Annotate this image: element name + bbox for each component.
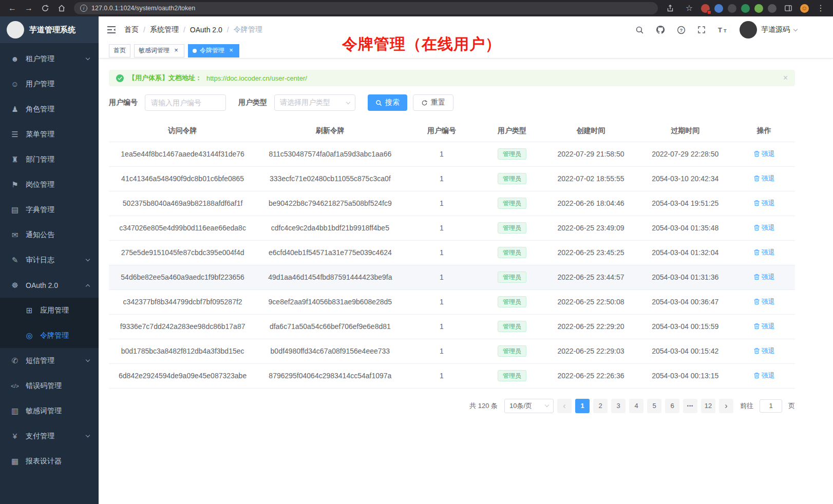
- pay-icon: ¥: [10, 432, 20, 440]
- user-type-badge: 管理员: [498, 321, 526, 332]
- search-button[interactable]: 搜索: [368, 94, 407, 111]
- back-icon[interactable]: ←: [5, 1, 20, 15]
- sidebar-item[interactable]: ☻租户管理: [0, 46, 99, 71]
- force-logout-button[interactable]: 强退: [753, 174, 775, 183]
- action-cell: 强退: [733, 363, 795, 388]
- tab-item[interactable]: 首页: [109, 44, 130, 57]
- page-button[interactable]: 2: [593, 399, 608, 413]
- sidebar-item[interactable]: ♜部门管理: [0, 147, 99, 172]
- sidebar-item[interactable]: </>错误码管理: [0, 373, 99, 398]
- profile-avatar-icon[interactable]: ☺: [800, 4, 809, 13]
- table-row: 41c41346a548490f9dc8b01c6bfe0865333ecfc7…: [109, 166, 795, 191]
- sidebar-item[interactable]: ♟角色管理: [0, 96, 99, 122]
- breadcrumb-item[interactable]: 首页: [124, 25, 139, 34]
- sidebar-toggle-button[interactable]: [107, 26, 116, 34]
- user-dropdown[interactable]: 芋道源码: [740, 21, 797, 38]
- column-header: 用户类型: [479, 120, 544, 142]
- tab-item[interactable]: 敏感词管理×: [134, 44, 184, 57]
- user-id-input[interactable]: [145, 94, 226, 111]
- font-size-icon[interactable]: TT: [717, 26, 728, 34]
- sidebar-item[interactable]: ✆短信管理: [0, 348, 99, 373]
- close-alert-icon[interactable]: ×: [783, 73, 788, 83]
- extension-dark-icon[interactable]: [728, 4, 736, 13]
- goto-page-input[interactable]: [760, 399, 782, 413]
- sidebar-item[interactable]: ◎令牌管理: [0, 323, 99, 348]
- force-logout-button[interactable]: 强退: [753, 371, 775, 380]
- user-type-select[interactable]: 请选择用户类型: [274, 94, 355, 111]
- extension-gray-icon[interactable]: [768, 4, 777, 13]
- sidebar-item[interactable]: ☺用户管理: [0, 71, 99, 96]
- help-icon[interactable]: ?: [677, 26, 686, 34]
- sidebar-item[interactable]: ⚑岗位管理: [0, 172, 99, 197]
- share-icon[interactable]: [663, 1, 677, 15]
- oauth-icon: ☸: [10, 281, 20, 290]
- search-icon[interactable]: [635, 26, 644, 34]
- address-bar[interactable]: i 127.0.0.1:1024/system/oauth2/token: [74, 2, 658, 14]
- goto-label: 前往: [740, 401, 753, 411]
- chevron-down-icon: [86, 257, 90, 261]
- extension-red-icon[interactable]: [701, 4, 710, 13]
- github-icon[interactable]: [656, 25, 665, 34]
- page-button[interactable]: 1: [575, 399, 590, 413]
- refresh-icon[interactable]: [38, 1, 52, 15]
- sidebar-item[interactable]: ▤字典管理: [0, 197, 99, 222]
- access-token-cell: 54d6be82ee5a460a9aedc1f9bf223656: [109, 265, 256, 289]
- sidebar-item[interactable]: ☰菜单管理: [0, 122, 99, 147]
- page-button[interactable]: 12: [701, 399, 715, 413]
- sidebar-item[interactable]: ▥敏感词管理: [0, 398, 99, 423]
- search-icon: [375, 100, 382, 106]
- force-logout-button[interactable]: 强退: [753, 149, 775, 159]
- breadcrumb-item[interactable]: 系统管理: [150, 25, 179, 34]
- force-logout-button[interactable]: 强退: [753, 199, 775, 208]
- user-name: 芋道源码: [761, 25, 790, 34]
- side-panel-icon[interactable]: [781, 1, 796, 15]
- expire-time-cell: 2054-03-04 19:51:25: [637, 191, 733, 216]
- prev-page-button[interactable]: ‹: [557, 399, 572, 413]
- tab-item[interactable]: 令牌管理×: [188, 44, 239, 57]
- chevron-down-icon: [86, 55, 90, 60]
- sidebar-item-label: 审计日志: [26, 256, 86, 265]
- table-header-row: 访问令牌刷新令牌用户编号用户类型创建时间过期时间操作: [109, 120, 795, 142]
- page-size-select[interactable]: 10条/页: [504, 399, 554, 413]
- user-id-cell: 1: [404, 363, 479, 388]
- breadcrumb-item[interactable]: OAuth 2.0: [190, 26, 222, 34]
- page-button[interactable]: 4: [629, 399, 643, 413]
- home-icon[interactable]: [54, 1, 69, 15]
- more-pages-button[interactable]: •••: [683, 399, 697, 413]
- force-logout-button[interactable]: 强退: [753, 273, 775, 282]
- close-tab-icon[interactable]: ×: [173, 47, 180, 54]
- extension-green-icon[interactable]: [741, 4, 750, 13]
- page-button[interactable]: 5: [647, 399, 661, 413]
- user-icon: ☺: [10, 80, 20, 88]
- sidebar-item[interactable]: ¥支付管理: [0, 423, 99, 449]
- sidebar-item[interactable]: ▦报表设计器: [0, 449, 99, 474]
- bookmark-star-icon[interactable]: ☆: [682, 1, 696, 15]
- sidebar-item[interactable]: ☸OAuth 2.0: [0, 273, 99, 298]
- fullscreen-icon[interactable]: [697, 26, 706, 34]
- app-logo[interactable]: 芋道管理系统: [0, 16, 99, 43]
- browser-menu-icon[interactable]: ⋮: [813, 1, 828, 15]
- force-logout-button[interactable]: 强退: [753, 223, 775, 232]
- force-logout-button[interactable]: 强退: [753, 248, 775, 257]
- close-tab-icon[interactable]: ×: [228, 47, 235, 54]
- sidebar-item[interactable]: ⊞应用管理: [0, 298, 99, 323]
- force-logout-button[interactable]: 强退: [753, 322, 775, 331]
- reset-button[interactable]: 重置: [413, 94, 453, 111]
- force-logout-button[interactable]: 强退: [753, 297, 775, 306]
- breadcrumb-separator: /: [227, 26, 229, 34]
- force-logout-button[interactable]: 强退: [753, 346, 775, 356]
- doc-link[interactable]: https://doc.iocoder.cn/user-center/: [206, 74, 307, 82]
- page-button[interactable]: 6: [665, 399, 679, 413]
- trash-icon: [753, 372, 760, 379]
- page-button[interactable]: 3: [611, 399, 626, 413]
- user-id-cell: 1: [404, 339, 479, 363]
- forward-icon[interactable]: →: [22, 1, 36, 15]
- user-type-badge: 管理员: [498, 296, 526, 307]
- extension-blue-icon[interactable]: [714, 4, 723, 13]
- extensions-puzzle-icon[interactable]: [754, 4, 763, 13]
- sidebar-item[interactable]: ✎审计日志: [0, 247, 99, 273]
- sidebar-item[interactable]: ✉通知公告: [0, 222, 99, 247]
- next-page-button[interactable]: ›: [719, 399, 733, 413]
- access-token-cell: 41c41346a548490f9dc8b01c6bfe0865: [109, 166, 256, 191]
- site-info-icon[interactable]: i: [80, 5, 87, 12]
